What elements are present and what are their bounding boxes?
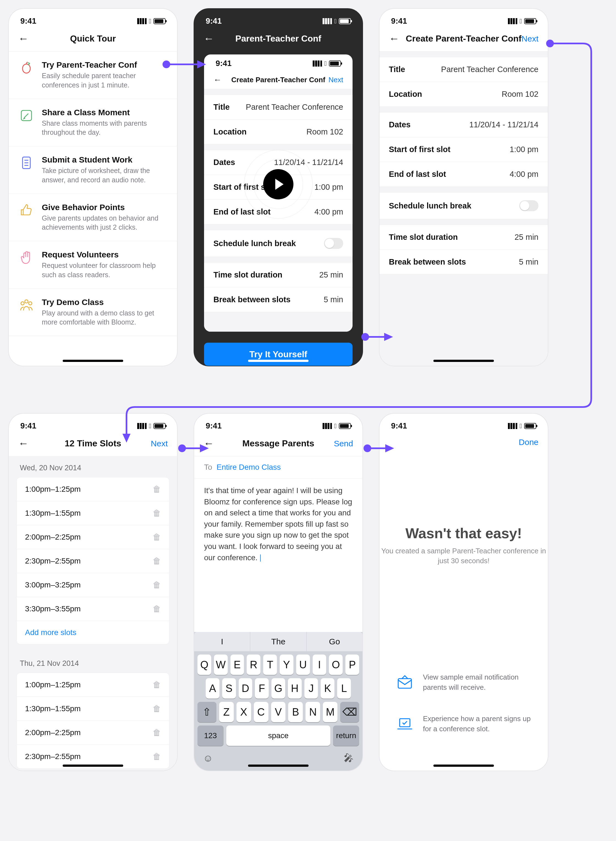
keyboard[interactable]: I The Go QWERTYUIOP ASDFGHJKL ⇧ZXCVBNM⌫ … — [194, 632, 362, 771]
key-shift[interactable]: ⇧ — [198, 702, 216, 722]
emoji-icon[interactable]: ☺ — [203, 753, 213, 764]
send-button[interactable]: Send — [334, 439, 353, 448]
next-button[interactable]: Next — [521, 34, 538, 44]
key-H[interactable]: H — [288, 678, 302, 699]
key-I[interactable]: I — [313, 655, 326, 675]
play-button[interactable] — [263, 169, 293, 200]
key-X[interactable]: X — [236, 702, 251, 722]
slot-time: 1:00pm–1:25pm — [25, 680, 81, 689]
final-item-parent[interactable]: Experience how a parent signs up for a c… — [380, 707, 548, 740]
key-C[interactable]: C — [254, 702, 268, 722]
sugg-1[interactable]: I — [194, 632, 250, 651]
trash-icon[interactable]: 🗑︎ — [153, 556, 161, 566]
key-U[interactable]: U — [296, 655, 310, 675]
key-N[interactable]: N — [305, 702, 320, 722]
key-space[interactable]: space — [226, 725, 330, 746]
back-button[interactable]: ← — [389, 33, 399, 44]
key-Q[interactable]: Q — [198, 655, 211, 675]
nav-bar: ← Create Parent-Teacher Conf Next — [380, 29, 548, 51]
row-location[interactable]: LocationRoom 102 — [380, 82, 548, 106]
trash-icon[interactable]: 🗑︎ — [153, 508, 161, 518]
key-S[interactable]: S — [222, 678, 236, 699]
trash-icon[interactable]: 🗑︎ — [153, 728, 161, 737]
key-return[interactable]: return — [333, 725, 359, 746]
slot-row[interactable]: 2:30pm–2:55pm🗑︎ — [17, 549, 169, 573]
key-F[interactable]: F — [255, 678, 269, 699]
done-button[interactable]: Done — [519, 437, 538, 447]
lunch-toggle[interactable] — [324, 238, 343, 249]
back-button[interactable]: ← — [204, 33, 214, 44]
slots-body[interactable]: Wed, 20 Nov 20141:00pm–1:25pm🗑︎1:30pm–1:… — [9, 456, 177, 771]
slot-row[interactable]: 3:00pm–3:25pm🗑︎ — [17, 573, 169, 597]
key-E[interactable]: E — [230, 655, 244, 675]
slot-row[interactable]: 3:30pm–3:55pm🗑︎ — [17, 597, 169, 621]
key-Y[interactable]: Y — [280, 655, 293, 675]
trash-icon[interactable]: 🗑︎ — [153, 752, 161, 761]
back-button[interactable]: ← — [213, 75, 221, 84]
row-lunch[interactable]: Schedule lunch break — [204, 230, 352, 257]
key-123[interactable]: 123 — [198, 725, 224, 746]
lunch-toggle[interactable] — [519, 200, 538, 211]
quick-tour-item[interactable]: Share a Class MomentShare class moments … — [9, 99, 177, 147]
mic-icon[interactable]: 🎤︎ — [344, 753, 353, 764]
slot-row[interactable]: 1:00pm–1:25pm🗑︎ — [17, 673, 169, 697]
key-L[interactable]: L — [337, 678, 351, 699]
slot-row[interactable]: 1:30pm–1:55pm🗑︎ — [17, 697, 169, 721]
row-title[interactable]: TitleParent Teacher Conference — [380, 57, 548, 82]
quick-tour-item[interactable]: Request VolunteersRequest volunteer for … — [9, 241, 177, 289]
to-row[interactable]: To Entire Demo Class — [194, 456, 362, 478]
key-D[interactable]: D — [239, 678, 252, 699]
quick-tour-item[interactable]: Try Demo ClassPlay around with a demo cl… — [9, 289, 177, 336]
next-button[interactable]: Next — [151, 439, 168, 448]
key-K[interactable]: K — [321, 678, 334, 699]
row-location[interactable]: LocationRoom 102 — [204, 119, 352, 144]
row-dates[interactable]: Dates11/20/14 - 11/21/14 — [380, 113, 548, 137]
message-body[interactable]: It's that time of year again! I will be … — [194, 478, 362, 570]
key-R[interactable]: R — [247, 655, 260, 675]
row-duration[interactable]: Time slot duration25 min — [380, 225, 548, 250]
key-T[interactable]: T — [263, 655, 277, 675]
sugg-2[interactable]: The — [250, 632, 306, 651]
next-button[interactable]: Next — [329, 76, 343, 84]
sugg-3[interactable]: Go — [307, 632, 362, 651]
quick-tour-item[interactable]: Give Behavior PointsGive parents updates… — [9, 194, 177, 241]
key-M[interactable]: M — [323, 702, 337, 722]
add-more-slots[interactable]: Add more slots — [17, 621, 169, 644]
row-break[interactable]: Break between slots5 min — [380, 250, 548, 274]
key-G[interactable]: G — [271, 678, 285, 699]
trash-icon[interactable]: 🗑︎ — [153, 533, 161, 542]
trash-icon[interactable]: 🗑︎ — [153, 604, 161, 614]
back-button[interactable]: ← — [18, 33, 29, 44]
quick-tour-item[interactable]: Try Parent-Teacher ConfEasily schedule p… — [9, 51, 177, 99]
item-sub: Play around with a demo class to get mor… — [42, 308, 167, 327]
key-O[interactable]: O — [329, 655, 343, 675]
row-lunch[interactable]: Schedule lunch break — [380, 192, 548, 219]
row-title[interactable]: TitleParent Teacher Conference — [204, 95, 352, 119]
slot-row[interactable]: 2:00pm–2:25pm🗑︎ — [17, 525, 169, 549]
key-Z[interactable]: Z — [219, 702, 234, 722]
key-J[interactable]: J — [304, 678, 318, 699]
try-it-button[interactable]: Try It Yourself — [204, 343, 352, 366]
row-duration[interactable]: Time slot duration25 min — [204, 263, 352, 287]
trash-icon[interactable]: 🗑︎ — [153, 580, 161, 590]
key-P[interactable]: P — [345, 655, 359, 675]
trash-icon[interactable]: 🗑︎ — [153, 484, 161, 494]
slot-row[interactable]: 2:00pm–2:25pm🗑︎ — [17, 721, 169, 744]
row-break[interactable]: Break between slots5 min — [204, 287, 352, 312]
trash-icon[interactable]: 🗑︎ — [153, 680, 161, 690]
slot-row[interactable]: 1:30pm–1:55pm🗑︎ — [17, 501, 169, 525]
slot-row[interactable]: 1:00pm–1:25pm🗑︎ — [17, 477, 169, 501]
key-W[interactable]: W — [214, 655, 228, 675]
key-A[interactable]: A — [206, 678, 220, 699]
row-start[interactable]: Start of first slot1:00 pm — [380, 137, 548, 162]
key-V[interactable]: V — [271, 702, 286, 722]
back-button[interactable]: ← — [204, 437, 214, 449]
nav-bar: ← Message Parents Send — [194, 434, 362, 456]
key-backspace[interactable]: ⌫ — [340, 702, 359, 722]
back-button[interactable]: ← — [18, 437, 29, 449]
trash-icon[interactable]: 🗑︎ — [153, 704, 161, 713]
row-end[interactable]: End of last slot4:00 pm — [380, 162, 548, 186]
final-item-email[interactable]: View sample email notification parents w… — [380, 666, 548, 699]
key-B[interactable]: B — [288, 702, 303, 722]
quick-tour-item[interactable]: Submit a Student WorkTake picture of wor… — [9, 146, 177, 194]
